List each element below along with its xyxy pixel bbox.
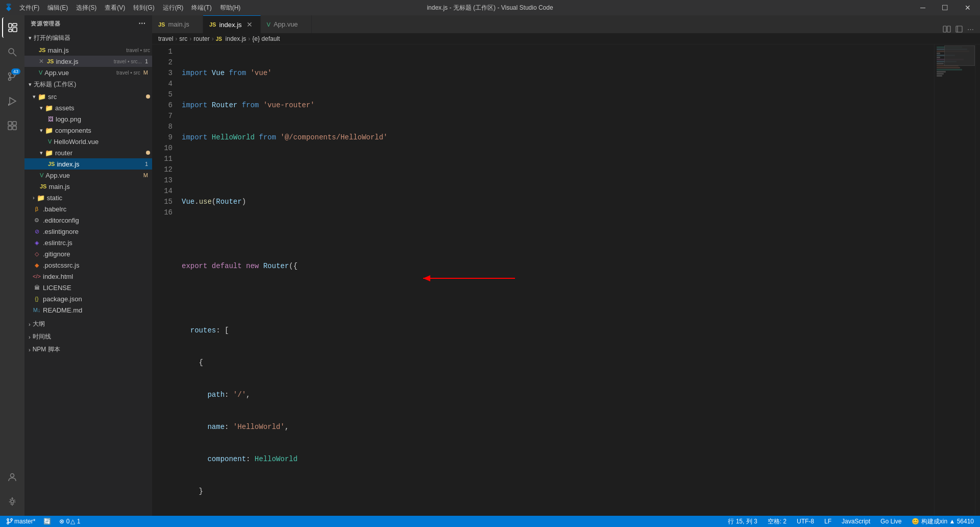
tree-item-index-html[interactable]: </> index.html	[24, 271, 152, 282]
tree-item-gitignore[interactable]: ◇ .gitignore	[24, 248, 152, 259]
activity-icon-source-control[interactable]: 43	[2, 66, 22, 87]
tree-item-readme[interactable]: M↓ README.md	[24, 304, 152, 316]
breadcrumb-index-js[interactable]: JS index.js	[216, 35, 247, 42]
section-workspace[interactable]: ▾ 无标题 (工作区)	[24, 78, 152, 91]
scrollbar-vertical[interactable]	[975, 44, 980, 516]
golive-status[interactable]: Go Live	[878, 518, 903, 525]
section-open-editors[interactable]: ▾ 打开的编辑器	[24, 32, 152, 44]
open-editor-app-vue-label: App.vue	[44, 69, 114, 77]
menu-bar[interactable]: 文件(F) 编辑(E) 选择(S) 查看(V) 转到(G) 运行(R) 终端(T…	[19, 4, 240, 12]
line-numbers: 1 2 3 4 5 6 7 8 9 10 11 12 13 14 15 16	[152, 44, 178, 516]
vue-file-icon: V	[39, 69, 42, 76]
section-npm-scripts[interactable]: › NPM 脚本	[24, 343, 152, 356]
tab-index-js[interactable]: JS index.js ✕	[203, 15, 261, 33]
package-icon: {}	[33, 296, 41, 302]
error-warning-status[interactable]: ⊗ 0 △ 1	[57, 518, 82, 525]
code-line-12: component: HelloWorld	[178, 454, 934, 465]
tree-item-assets[interactable]: ▾ 📁 assets	[24, 102, 152, 113]
menu-edit[interactable]: 编辑(E)	[47, 4, 68, 12]
minimap-line-11	[937, 67, 960, 68]
code-editor[interactable]: 1 2 3 4 5 6 7 8 9 10 11 12 13 14 15 16 i…	[152, 44, 980, 516]
tab-index-js-close[interactable]: ✕	[245, 20, 254, 29]
tree-item-eslintignore[interactable]: ⊘ .eslintignore	[24, 226, 152, 237]
tree-item-main-js[interactable]: JS main.js	[24, 181, 152, 192]
tree-item-app-vue[interactable]: V App.vue M	[24, 170, 152, 181]
tree-item-static[interactable]: › 📁 static	[24, 192, 152, 203]
tree-item-router[interactable]: ▾ 📁 router	[24, 147, 152, 158]
maximize-button[interactable]: ☐	[938, 3, 952, 13]
tree-item-components[interactable]: ▾ 📁 components	[24, 125, 152, 136]
eslintignore-label: .eslintignore	[43, 228, 152, 235]
tree-item-babelrc[interactable]: β .babelrc	[24, 203, 152, 214]
license-icon: 🏛	[33, 284, 41, 291]
cursor-position-status[interactable]: 行 15, 列 3	[726, 517, 759, 526]
npm-label: NPM 脚本	[33, 345, 60, 354]
app-vue-m-badge: M	[143, 172, 148, 178]
encoding-status[interactable]: UTF-8	[795, 518, 816, 525]
sidebar-more-icon[interactable]: ⋯	[138, 19, 146, 28]
menu-file[interactable]: 文件(F)	[19, 4, 39, 12]
tab-app-vue[interactable]: V App.vue	[261, 15, 312, 33]
breadcrumb: travel › src › router › JS index.js › {e…	[152, 33, 980, 44]
activity-icon-account[interactable]	[2, 467, 22, 487]
breadcrumb-router[interactable]: router	[193, 35, 209, 42]
breadcrumb-travel[interactable]: travel	[158, 35, 173, 42]
section-outline[interactable]: › 大纲	[24, 318, 152, 330]
eol-status[interactable]: LF	[822, 518, 834, 525]
notification-status[interactable]: 😊 构建成xin ▲ 56410	[910, 517, 976, 526]
svg-rect-2	[13, 28, 17, 32]
activity-icon-search[interactable]	[2, 42, 22, 62]
language-status[interactable]: JavaScript	[840, 518, 872, 525]
split-editor-icon[interactable]	[943, 25, 951, 33]
git-branch-status[interactable]: master*	[4, 518, 37, 525]
menu-help[interactable]: 帮助(H)	[220, 4, 241, 12]
tab-main-js[interactable]: JS main.js	[152, 15, 203, 33]
indent-status[interactable]: 空格: 2	[766, 517, 789, 526]
js-icon-main: JS	[40, 183, 46, 189]
open-editor-app-vue[interactable]: V App.vue travel • src M	[24, 67, 152, 78]
toggle-sidebar-icon[interactable]	[955, 25, 963, 33]
tree-item-package-json[interactable]: {} package.json	[24, 293, 152, 304]
svg-point-17	[11, 500, 14, 503]
cursor-position-label: 行 15, 列 3	[728, 517, 757, 526]
md-icon: M↓	[33, 307, 41, 313]
menu-goto[interactable]: 转到(G)	[133, 4, 154, 12]
activity-icon-extensions[interactable]	[2, 115, 22, 136]
section-timeline[interactable]: › 时间线	[24, 330, 152, 343]
minimize-button[interactable]: ─	[916, 3, 929, 13]
window-controls[interactable]: ─ ☐ ✕	[916, 3, 975, 13]
open-editor-index-js[interactable]: ✕ JS index.js travel • src... 1	[24, 56, 152, 67]
sync-status[interactable]: 🔄	[41, 518, 53, 525]
editorconfig-icon: ⚙	[33, 217, 41, 224]
tree-item-helloworld[interactable]: V HelloWorld.vue	[24, 136, 152, 147]
tree-item-logo[interactable]: 🖼 logo.png	[24, 113, 152, 125]
tree-item-license[interactable]: 🏛 LICENSE	[24, 282, 152, 293]
tree-item-eslintrc[interactable]: ◈ .eslintrc.js	[24, 237, 152, 248]
tree-item-src[interactable]: ▾ 📁 src	[24, 91, 152, 102]
breadcrumb-src[interactable]: src	[179, 35, 187, 42]
menu-terminal[interactable]: 终端(T)	[191, 4, 211, 12]
router-dot	[146, 151, 150, 155]
activity-icon-settings[interactable]	[2, 491, 22, 512]
more-actions-icon[interactable]: ⋯	[967, 26, 974, 33]
tab-main-js-label: main.js	[168, 20, 189, 28]
git-branch-icon	[6, 518, 13, 525]
tree-item-editorconfig[interactable]: ⚙ .editorconfig	[24, 214, 152, 226]
open-editor-main-js[interactable]: JS main.js travel • src	[24, 44, 152, 56]
arrow-annotation	[372, 262, 525, 298]
menu-view[interactable]: 查看(V)	[105, 4, 125, 12]
close-icon-index-js[interactable]: ✕	[39, 58, 44, 65]
code-content[interactable]: import Vue from 'vue' import Router from…	[178, 44, 934, 516]
menu-select[interactable]: 选择(S)	[76, 4, 96, 12]
eslintignore-icon: ⊘	[33, 228, 41, 235]
breadcrumb-default[interactable]: {e} default	[252, 35, 280, 42]
activity-icon-run[interactable]	[2, 91, 22, 111]
tree-item-postcss[interactable]: ◆ .postcssrc.js	[24, 259, 152, 271]
close-button[interactable]: ✕	[961, 3, 975, 13]
static-label: static	[47, 194, 152, 202]
svg-point-26	[7, 522, 9, 524]
menu-run[interactable]: 运行(R)	[163, 4, 184, 12]
svg-point-6	[9, 73, 11, 76]
tree-item-router-index[interactable]: JS index.js 1	[24, 158, 152, 170]
activity-icon-explorer[interactable]	[2, 17, 22, 38]
